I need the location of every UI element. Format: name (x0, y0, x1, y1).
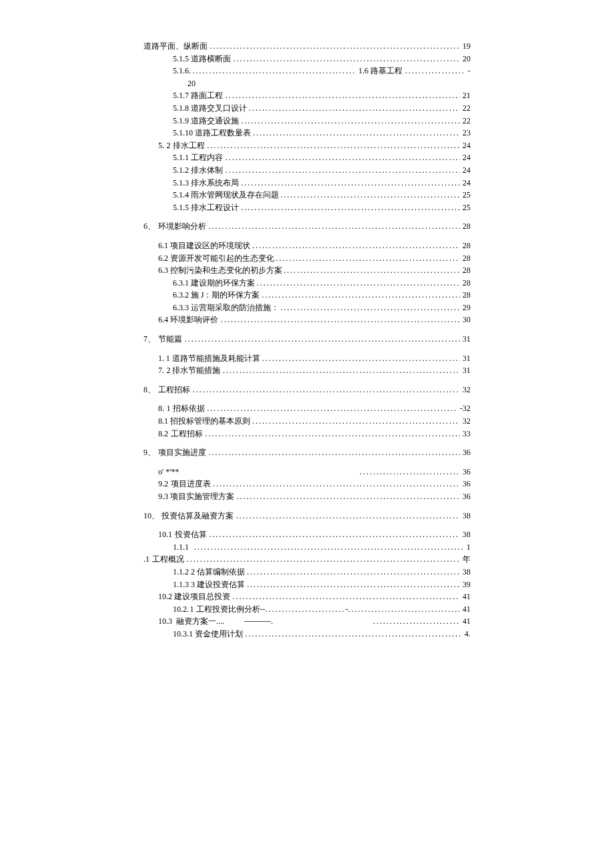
toc-label: 施 J：期的环保方案 (191, 289, 260, 302)
toc-page: 24 (460, 177, 471, 189)
toc-page: 31 (460, 352, 471, 365)
toc-number: 9.3 (158, 490, 168, 503)
toc-entry: 5.1.9道路交通设施22 (173, 115, 471, 127)
toc-page: 28 (460, 220, 471, 233)
toc-entry: 10.2建设项目总投资41 (158, 590, 471, 603)
toc-number: 10.1 (158, 528, 172, 541)
toc-leader-dots (253, 127, 460, 139)
toc-page: 36 (460, 466, 471, 478)
toc-entry: 5.1.7路面工程21 (173, 89, 471, 102)
toc-label: 融资方案一.... (176, 615, 224, 628)
toc-entry: 20 (188, 77, 471, 90)
toc-label: 1 工程投资比例分析-- (190, 603, 266, 616)
toc-number: 5.1.3 (173, 177, 189, 189)
toc-number: 5.1.9 (173, 115, 189, 127)
toc-number: 10.2. (173, 603, 189, 616)
toc-number: 8.1 (158, 415, 168, 428)
toc-page: 21 (460, 89, 471, 102)
toc-label: 工程概况 (152, 553, 184, 566)
toc-entry: 1.1.11 (173, 541, 471, 554)
toc-leader-dots (233, 590, 460, 603)
toc-leader-dots (257, 277, 460, 290)
toc-label: 工程招标 (171, 428, 203, 440)
toc-label: 环境影响分析 (158, 220, 206, 233)
toc-label: 道路平面、纵断面 (143, 40, 208, 53)
toc-page: 24 (460, 164, 471, 177)
toc-label: 项目实施管理方案 (170, 490, 234, 503)
toc-page: 28 (460, 289, 471, 302)
toc-entry: 9.3项目实施管理方案36 (158, 490, 471, 503)
toc-label: 路面工程 (191, 89, 223, 102)
toc-page: 39 (460, 578, 471, 591)
toc-label: 2 排水节能措施 (166, 364, 220, 377)
toc-leader-dots (236, 490, 460, 503)
toc-entry: 6.2资源开发可能引起的生态变化28 (158, 252, 471, 265)
toc-number: 10.2 (158, 590, 172, 603)
toc-page: 4. (462, 628, 471, 640)
toc-number: 5.1.8 (173, 102, 189, 115)
toc-leader-dots (276, 252, 460, 265)
toc-label: 估算编制依据 (197, 566, 245, 578)
toc-entry: 9、项目实施进度36 (143, 446, 471, 459)
toc-entry: 6.1项目建设区的环境现状28 (158, 240, 471, 252)
toc-entry: 10.3融资方案一....----------.41 (158, 615, 471, 628)
toc-number: 6.3.1 (173, 277, 189, 290)
toc-entry: 6.3.3运营期采取的防治措施：29 (173, 302, 471, 314)
toc-entry: 5.1.4雨水管网现状及存在问题25 (173, 189, 471, 201)
toc-entry: 7、节能篇31 (143, 333, 471, 346)
toc-label: 建设投资估算 (197, 578, 245, 591)
toc-number: 5.1.5 (173, 53, 189, 65)
toc-page: 24 (460, 151, 471, 164)
toc-page: 28 (460, 252, 471, 265)
toc-leader-dots (210, 40, 460, 53)
toc-leader-dots (226, 151, 460, 164)
toc-page: 25 (460, 189, 471, 201)
toc-leader-dots (241, 177, 460, 189)
toc-number: 1.1.2 2 (173, 566, 195, 578)
toc-label: 道路横断面 (191, 53, 231, 65)
toc-number: .1 (143, 553, 149, 566)
toc-entry: 10.2.1 工程投资比例分析-- - 41 (173, 603, 471, 616)
toc-number: 5.1.1 (173, 151, 189, 164)
toc-number: 6.3 (158, 264, 168, 277)
toc-label: 道路工程数量表 (195, 127, 251, 139)
toc-page: 32 (460, 415, 471, 428)
toc-leader-dots (241, 115, 460, 127)
toc-page: 25 (460, 201, 471, 214)
toc-number: 6.3.3 (173, 302, 189, 314)
toc-page: 22 (460, 115, 471, 127)
toc-number: 5.1.6. (173, 65, 191, 77)
toc-page: 28 (460, 277, 471, 290)
toc-leader-dots (193, 384, 460, 396)
toc-leader-dots (280, 189, 460, 201)
toc-number: 8. (158, 402, 164, 415)
toc-leader-dots (249, 102, 460, 115)
toc-number: 10.3.1 (173, 628, 193, 640)
toc-leader-dots (245, 628, 462, 640)
toc-leader-dots (208, 446, 460, 459)
toc-number: 5.1.10 (173, 127, 193, 139)
toc-label: 项目进度表 (171, 478, 211, 490)
toc-label: 招投标管理的基本原则 (170, 415, 250, 428)
toc-entry: 8.2工程招标33 (158, 428, 471, 440)
toc-number: 7. (158, 364, 164, 377)
toc-number: 5.1.4 (173, 189, 189, 201)
toc-number: 9.2 (158, 478, 168, 490)
toc-label: 节能篇 (158, 333, 182, 346)
toc-leader-dots (252, 415, 460, 428)
toc-number: 7、 (143, 333, 156, 346)
toc-entry: 7.2 排水节能措施31 (158, 364, 471, 377)
toc-number: 6.1 (158, 240, 168, 252)
toc-entry: 6.3控制污染和生态变化的初步方案28 (158, 264, 471, 277)
toc-page: 1 (464, 541, 471, 554)
toc-label: 项目实施进度 (158, 446, 206, 459)
table-of-contents: 道路平面、纵断面195.1.5道路横断面205.1.6.1.6 路基工程-205… (143, 40, 471, 640)
toc-label: 资源开发可能引起的生态变化 (170, 252, 274, 265)
toc-label: 运营期采取的防治措施： (191, 302, 279, 314)
toc-label: 道路交叉口设计 (191, 102, 247, 115)
toc-label: 排水工程设计 (191, 201, 239, 214)
toc-number: 10.3 (158, 615, 172, 628)
toc-label: 投资估算及融资方案 (162, 510, 234, 522)
toc-entry: 8.1招投标管理的基本原则32 (158, 415, 471, 428)
toc-entry: 道路平面、纵断面19 (143, 40, 471, 53)
